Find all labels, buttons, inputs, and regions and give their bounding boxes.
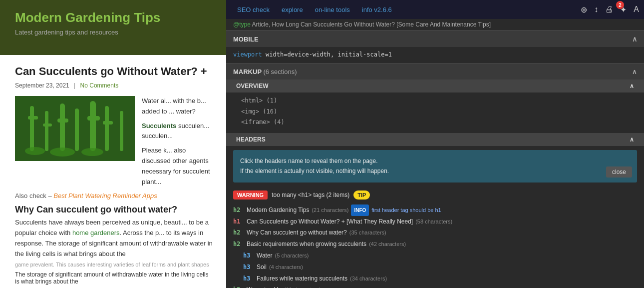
- panel-nav-icons: ⊕ ↕ 🖨 ✦ A: [581, 5, 639, 14]
- nav-info[interactable]: info v2.6.6: [356, 0, 398, 19]
- h-tag-h3: h3: [243, 273, 254, 284]
- markup-label: MARKUP (6 sections): [233, 68, 297, 76]
- header-item[interactable]: h2 Wrapping Up (11 characters): [233, 284, 637, 288]
- h-tag-h2: h2: [233, 227, 244, 238]
- header-item[interactable]: h1 Can Succulents go Without Water? + [W…: [233, 216, 637, 228]
- header-text: Wrapping Up: [247, 284, 282, 288]
- header-chars: (11 characters): [284, 284, 321, 288]
- header-item[interactable]: h2 Why Can succulent go without water? (…: [233, 227, 637, 238]
- h-tag-h3: h3: [243, 262, 254, 273]
- overview-content: <html> (1) <img> (16) <iframe> (4): [226, 92, 644, 133]
- header-text: Modern Gardening Tips: [247, 204, 309, 216]
- warnings-area: WARNING too many <h1> tags (2 items) TIP: [226, 186, 644, 204]
- overview-img[interactable]: <img> (16): [241, 106, 629, 118]
- svg-rect-5: [60, 104, 65, 151]
- mobile-section-header[interactable]: MOBILE ∧: [226, 30, 644, 47]
- tip-badge: TIP: [353, 190, 370, 200]
- header-chars: (42 characters): [369, 239, 406, 250]
- header-text: Failures while watering succulents: [257, 273, 347, 284]
- article-h2: Why Can succulent go without water?: [15, 204, 215, 215]
- header-badge-sub: first header tag should be h1: [371, 205, 441, 216]
- also-check-link[interactable]: Best Plant Watering Reminder Apps: [53, 192, 157, 200]
- article-image: [15, 96, 135, 161]
- browser-notification-badge: 2: [616, 1, 624, 9]
- h-tag-h2: h2: [233, 204, 244, 216]
- svg-rect-1: [30, 106, 34, 151]
- overview-iframe[interactable]: <iframe> (4): [241, 117, 629, 128]
- arrow-updown-icon[interactable]: ↕: [594, 5, 598, 14]
- header-chars: (35 characters): [349, 228, 386, 238]
- header-item[interactable]: h2 Modern Gardening Tips (21 characters)…: [233, 204, 637, 216]
- header-chars: (5 characters): [275, 250, 309, 261]
- header-text: Why Can succulent go without water?: [247, 227, 347, 238]
- headers-info-line2: If the element is actually not visible, …: [240, 166, 630, 176]
- headers-info-line1: Click the headers name to reveal them on…: [240, 156, 630, 166]
- svg-point-14: [50, 148, 75, 156]
- headers-list: h2 Modern Gardening Tips (21 characters)…: [226, 204, 644, 288]
- markup-section-header[interactable]: MARKUP (6 sections) ∧: [226, 64, 644, 80]
- header-text: Basic requirements when growing succulen…: [247, 238, 366, 250]
- home-gardeners-link[interactable]: home gardeners: [72, 229, 120, 236]
- header-chars: (58 characters): [415, 216, 452, 227]
- overview-html[interactable]: <html> (1): [241, 96, 629, 106]
- headers-header[interactable]: HEADERS ∧: [226, 133, 644, 146]
- header-text: Water: [257, 250, 273, 262]
- panel-body[interactable]: @type Article, How Long Can Succulents G…: [226, 19, 644, 288]
- seo-panel: SEO check explore on-line tools info v2.…: [226, 0, 644, 288]
- article-text-snippet: Water al... with the b... added to ... w…: [142, 96, 215, 187]
- bottom-info: The storage of significant amount of wit…: [0, 268, 226, 288]
- header-item[interactable]: h3 Soil (4 characters): [233, 262, 637, 273]
- text-icon[interactable]: A: [634, 5, 639, 14]
- article-image-row: Water al... with the b... added to ... w…: [15, 96, 215, 187]
- warning-badge: WARNING: [233, 190, 268, 200]
- h-tag-h1: h1: [233, 216, 244, 228]
- adjust-icon[interactable]: ⊕: [581, 5, 587, 14]
- mobile-content: viewport width=device-width, initial-sca…: [226, 47, 644, 64]
- comments-link[interactable]: No Comments: [80, 82, 119, 89]
- header-chars: (34 characters): [350, 274, 387, 284]
- nav-explore[interactable]: explore: [276, 0, 309, 19]
- svg-rect-8: [90, 101, 96, 151]
- truncated-row: @type Article, How Long Can Succulents G…: [226, 19, 644, 30]
- header-text: Can Succulents go Without Water? + [What…: [247, 216, 413, 228]
- headers-info-box: Click the headers name to reveal them on…: [233, 150, 637, 182]
- header-chars: (21 characters): [312, 205, 348, 216]
- svg-rect-7: [75, 108, 79, 151]
- svg-point-13: [25, 147, 45, 155]
- mobile-caret: ∧: [632, 35, 637, 43]
- warning-text: too many <h1> tags (2 items): [272, 192, 349, 198]
- header-text: Soil: [257, 262, 267, 273]
- svg-rect-11: [103, 121, 113, 124]
- also-check: Also check – Best Plant Watering Reminde…: [15, 192, 215, 200]
- svg-rect-12: [120, 111, 123, 151]
- header-chars: (4 characters): [269, 262, 303, 272]
- info-badge: INFO: [351, 204, 369, 216]
- header-item[interactable]: h3 Water (5 characters): [233, 250, 637, 262]
- article-title: Can Succulents go Without Water? +: [15, 65, 215, 78]
- nav-online-tools[interactable]: on-line tools: [309, 0, 356, 19]
- blog-content-area: Can Succulents go Without Water? + Septe…: [0, 55, 230, 288]
- header-item[interactable]: h3 Failures while watering succulents (3…: [233, 273, 637, 284]
- svg-rect-9: [87, 116, 100, 120]
- svg-rect-3: [45, 111, 48, 151]
- svg-rect-6: [57, 118, 68, 122]
- svg-point-15: [81, 148, 103, 156]
- headers-caret: ∧: [630, 136, 634, 143]
- viewport-line: viewport width=device-width, initial-sca…: [233, 51, 637, 58]
- article-meta: September 23, 2021 | No Comments: [15, 82, 215, 89]
- nav-seo-check[interactable]: SEO check: [231, 0, 276, 19]
- panel-navbar: SEO check explore on-line tools info v2.…: [226, 0, 644, 19]
- h-tag-h2: h2: [233, 284, 244, 288]
- headers-close-button[interactable]: close: [606, 166, 632, 178]
- svg-rect-2: [28, 116, 38, 120]
- h-tag-h2: h2: [233, 238, 244, 250]
- svg-rect-10: [105, 106, 109, 151]
- h-tag-h3: h3: [243, 250, 254, 262]
- header-item[interactable]: h2 Basic requirements when growing succu…: [233, 238, 637, 250]
- print-icon[interactable]: 🖨: [605, 5, 613, 14]
- markup-caret: ∧: [632, 68, 637, 76]
- overview-caret: ∧: [630, 82, 634, 90]
- svg-rect-4: [43, 124, 52, 126]
- overview-header[interactable]: OVERVIEW ∧: [226, 80, 644, 92]
